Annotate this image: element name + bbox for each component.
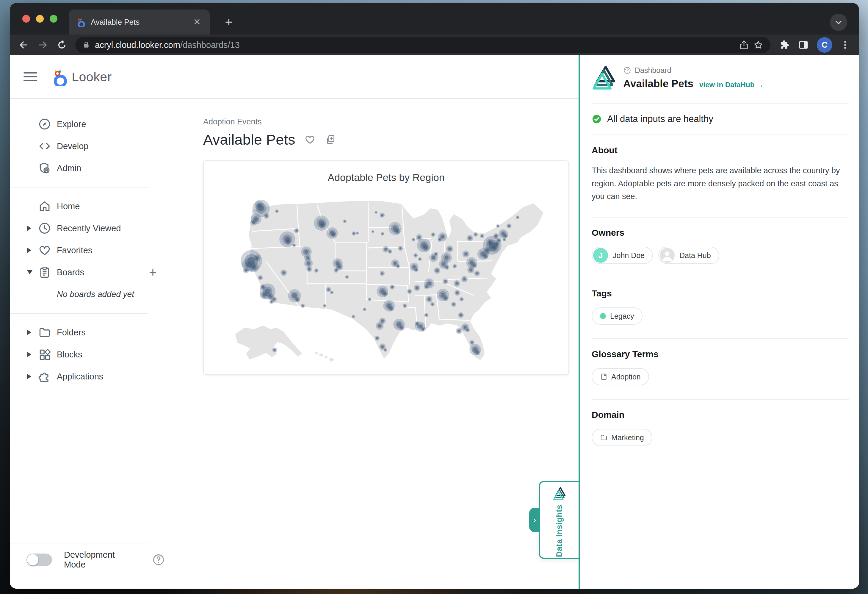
help-icon[interactable] — [152, 553, 165, 566]
sidebar: Explore Develop Admin — [10, 99, 165, 589]
health-check-icon — [592, 114, 602, 124]
view-in-datahub-link[interactable]: view in DataHub → — [699, 81, 763, 89]
sidebar-item-recently-viewed[interactable]: Recently Viewed — [10, 217, 165, 239]
folder-icon — [38, 325, 52, 339]
breadcrumb[interactable]: Adoption Events — [203, 117, 579, 127]
tags-title: Tags — [592, 288, 849, 298]
url-path: /dashboards/13 — [180, 40, 240, 50]
looker-brand-name: Looker — [72, 69, 112, 84]
sidebar-item-explore[interactable]: Explore — [10, 113, 165, 135]
tab-close-icon[interactable]: ✕ — [192, 17, 202, 27]
sidebar-item-admin[interactable]: Admin — [10, 157, 165, 179]
looker-header: Looker — [10, 55, 579, 99]
domain-name: Marketing — [611, 433, 644, 442]
owner-avatar-person-icon — [660, 248, 675, 263]
expand-caret-icon[interactable] — [27, 226, 31, 231]
page-title: Available Pets — [203, 131, 295, 148]
sidebar-item-folders[interactable]: Folders — [10, 321, 165, 343]
sidebar-item-label: Folders — [57, 328, 86, 337]
favorite-heart-icon[interactable] — [304, 134, 316, 145]
glossary-term-name: Adoption — [611, 372, 641, 381]
glossary-title: Glossary Terms — [592, 349, 849, 359]
close-window-button[interactable] — [22, 15, 30, 23]
clock-icon — [38, 222, 52, 235]
tab-overflow-button[interactable] — [830, 14, 847, 31]
browser-menu-icon[interactable] — [840, 39, 851, 50]
puzzle-icon — [38, 369, 52, 383]
tag-pill[interactable]: Legacy — [592, 307, 642, 325]
collapse-caret-icon[interactable] — [27, 270, 32, 274]
blocks-icon — [38, 347, 52, 361]
data-insights-label: Data Insights — [555, 505, 564, 557]
hamburger-menu-icon[interactable] — [24, 70, 37, 84]
code-icon — [38, 139, 52, 153]
sidebar-divider — [10, 313, 148, 314]
macos-traffic-lights — [22, 15, 58, 23]
development-mode-toggle[interactable] — [27, 554, 52, 566]
entity-name: Available Pets — [623, 78, 693, 90]
sidebar-item-home[interactable]: Home — [10, 195, 165, 217]
copy-dashboard-icon[interactable] — [325, 134, 336, 145]
sidebar-item-label: Recently Viewed — [57, 223, 121, 233]
health-status-text: All data inputs are healthy — [607, 114, 713, 124]
owner-pill[interactable]: J John Doe — [592, 247, 653, 264]
sidebar-item-label: Admin — [57, 163, 81, 173]
url-text: acryl.cloud.looker.com/dashboards/13 — [95, 40, 738, 50]
reload-button[interactable] — [56, 39, 68, 50]
owners-section: Owners J John Doe Data Hub — [592, 217, 849, 278]
minimize-window-button[interactable] — [36, 15, 44, 23]
expand-caret-icon[interactable] — [27, 330, 31, 335]
looker-body: Explore Develop Admin — [10, 99, 579, 589]
dashboard-main: Adoption Events Available Pets Adoptable… — [165, 99, 579, 589]
owner-name: Data Hub — [679, 251, 711, 260]
boards-empty-state: No boards added yet — [10, 283, 165, 305]
looker-app: Looker Explore Deve — [10, 55, 579, 589]
sidebar-item-label: Develop — [57, 141, 89, 151]
forward-button[interactable] — [37, 39, 49, 50]
bookmark-icon — [600, 373, 608, 381]
domain-pill[interactable]: Marketing — [592, 429, 652, 446]
share-button[interactable] — [738, 39, 750, 50]
folder-icon — [600, 434, 608, 441]
sidebar-item-applications[interactable]: Applications — [10, 365, 165, 387]
side-panel-icon[interactable] — [798, 39, 809, 50]
collapse-panel-chevron-button[interactable]: › — [529, 508, 540, 532]
bookmark-star-button[interactable] — [753, 39, 764, 50]
add-board-button[interactable]: + — [149, 265, 157, 280]
domain-section: Domain Marketing — [592, 399, 849, 460]
about-title: About — [592, 145, 849, 155]
owner-pill[interactable]: Data Hub — [658, 247, 719, 264]
glossary-term-pill[interactable]: Adoption — [592, 368, 649, 386]
sidebar-item-boards[interactable]: Boards + — [10, 261, 165, 283]
sidebar-divider — [10, 187, 148, 188]
looker-logo-icon — [51, 68, 67, 86]
clipboard-icon — [38, 266, 52, 279]
expand-caret-icon[interactable] — [27, 374, 31, 379]
zoom-window-button[interactable] — [50, 15, 58, 23]
about-text: This dashboard shows where pets are avai… — [592, 164, 849, 203]
sidebar-item-blocks[interactable]: Blocks — [10, 343, 165, 365]
browser-tab[interactable]: Available Pets ✕ — [69, 9, 210, 34]
extensions-icon[interactable] — [779, 39, 790, 50]
heart-icon — [38, 244, 52, 257]
expand-caret-icon[interactable] — [27, 248, 31, 253]
tag-name: Legacy — [610, 312, 634, 321]
url-host: acryl.cloud.looker.com — [95, 40, 180, 50]
sidebar-item-label: Applications — [57, 372, 103, 381]
app-area: Looker Explore Deve — [10, 55, 859, 589]
shield-person-icon — [38, 161, 52, 175]
data-insights-tab[interactable]: › Data Insights — [539, 481, 579, 559]
expand-caret-icon[interactable] — [27, 352, 31, 357]
back-button[interactable] — [18, 39, 30, 50]
sidebar-item-develop[interactable]: Develop — [10, 135, 165, 157]
url-bar[interactable]: acryl.cloud.looker.com/dashboards/13 — [75, 37, 771, 53]
owner-name: John Doe — [613, 251, 645, 260]
browser-profile-avatar[interactable]: C — [817, 37, 832, 53]
development-mode-label: Development Mode — [64, 550, 135, 570]
datahub-entity-header: Dashboard Available Pets view in DataHub… — [592, 55, 849, 103]
looker-logo[interactable]: Looker — [51, 68, 112, 86]
entity-type-label: Dashboard — [635, 66, 671, 75]
new-tab-button[interactable]: + — [220, 13, 238, 31]
sidebar-item-favorites[interactable]: Favorites — [10, 239, 165, 261]
looker-favicon — [76, 17, 86, 27]
